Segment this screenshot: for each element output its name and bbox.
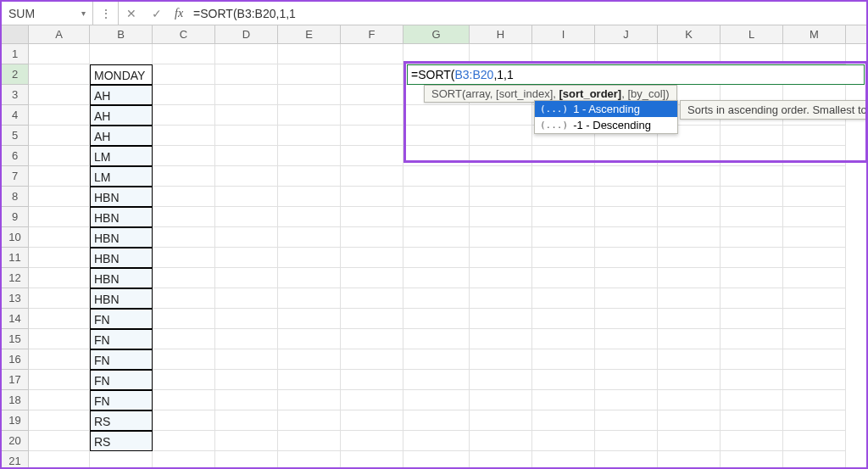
cell-M19[interactable]: [783, 410, 846, 431]
cell-J10[interactable]: [595, 227, 658, 248]
cell-D8[interactable]: [215, 187, 278, 207]
cell-I17[interactable]: [532, 370, 595, 390]
cell-M17[interactable]: [783, 370, 846, 390]
cell-C11[interactable]: [153, 248, 215, 268]
cell-E13[interactable]: [278, 288, 341, 309]
cell-M1[interactable]: [783, 44, 846, 64]
cell-B21[interactable]: [90, 451, 153, 467]
cell-E14[interactable]: [278, 309, 341, 329]
cell-I18[interactable]: [532, 390, 595, 410]
cell-A3[interactable]: [29, 85, 90, 105]
cell-A11[interactable]: [29, 248, 90, 268]
cell-K10[interactable]: [658, 227, 721, 248]
cell-J12[interactable]: [595, 268, 658, 288]
cell-J1[interactable]: [595, 44, 658, 64]
cell-B7[interactable]: LM: [90, 166, 153, 187]
cell-E16[interactable]: [278, 349, 341, 370]
row-header-3[interactable]: 3: [2, 85, 29, 105]
cell-C2[interactable]: [153, 64, 215, 85]
cell-G7[interactable]: [403, 166, 470, 187]
cell-M12[interactable]: [783, 268, 846, 288]
cell-J14[interactable]: [595, 309, 658, 329]
cell-F3[interactable]: [341, 85, 403, 105]
cell-K14[interactable]: [658, 309, 721, 329]
cell-M10[interactable]: [783, 227, 846, 248]
cell-G9[interactable]: [403, 207, 470, 227]
cell-A8[interactable]: [29, 187, 90, 207]
cell-I14[interactable]: [532, 309, 595, 329]
row-header-14[interactable]: 14: [2, 309, 29, 329]
cell-G5[interactable]: [403, 126, 470, 146]
cell-F2[interactable]: [341, 64, 403, 85]
cell-I19[interactable]: [532, 410, 595, 431]
cell-B12[interactable]: HBN: [90, 268, 153, 288]
cell-B13[interactable]: HBN: [90, 288, 153, 309]
cell-J19[interactable]: [595, 410, 658, 431]
cell-B18[interactable]: FN: [90, 390, 153, 410]
cell-F11[interactable]: [341, 248, 403, 268]
cell-I21[interactable]: [532, 451, 595, 467]
cell-H21[interactable]: [470, 451, 532, 467]
cell-A17[interactable]: [29, 370, 90, 390]
cell-L10[interactable]: [721, 227, 783, 248]
cell-M16[interactable]: [783, 349, 846, 370]
cell-B17[interactable]: FN: [90, 370, 153, 390]
column-header-b[interactable]: B: [90, 25, 153, 43]
row-header-16[interactable]: 16: [2, 349, 29, 370]
dropdown-item-1[interactable]: (...)-1 - Descending: [535, 117, 677, 133]
column-header-a[interactable]: A: [29, 25, 90, 43]
cell-D3[interactable]: [215, 85, 278, 105]
cell-C20[interactable]: [153, 431, 215, 451]
cell-D1[interactable]: [215, 44, 278, 64]
cell-F18[interactable]: [341, 390, 403, 410]
cell-L17[interactable]: [721, 370, 783, 390]
cell-L20[interactable]: [721, 431, 783, 451]
cell-M11[interactable]: [783, 248, 846, 268]
cell-L16[interactable]: [721, 349, 783, 370]
row-header-7[interactable]: 7: [2, 166, 29, 187]
row-header-17[interactable]: 17: [2, 370, 29, 390]
cell-E10[interactable]: [278, 227, 341, 248]
cell-L18[interactable]: [721, 390, 783, 410]
cell-C7[interactable]: [153, 166, 215, 187]
cell-F20[interactable]: [341, 431, 403, 451]
cell-A15[interactable]: [29, 329, 90, 349]
dropdown-item-0[interactable]: (...)1 - Ascending: [535, 101, 677, 117]
cell-L8[interactable]: [721, 187, 783, 207]
cell-C4[interactable]: [153, 105, 215, 126]
row-header-18[interactable]: 18: [2, 390, 29, 410]
row-header-2[interactable]: 2: [2, 64, 29, 85]
cell-E8[interactable]: [278, 187, 341, 207]
cell-D12[interactable]: [215, 268, 278, 288]
cell-G10[interactable]: [403, 227, 470, 248]
row-header-15[interactable]: 15: [2, 329, 29, 349]
cell-A12[interactable]: [29, 268, 90, 288]
cell-J9[interactable]: [595, 207, 658, 227]
row-header-1[interactable]: 1: [2, 44, 29, 64]
cell-C18[interactable]: [153, 390, 215, 410]
cell-H6[interactable]: [470, 146, 532, 166]
cell-M13[interactable]: [783, 288, 846, 309]
cell-E18[interactable]: [278, 390, 341, 410]
cell-C8[interactable]: [153, 187, 215, 207]
cell-I6[interactable]: [532, 146, 595, 166]
cell-B9[interactable]: HBN: [90, 207, 153, 227]
cell-C12[interactable]: [153, 268, 215, 288]
cell-B4[interactable]: AH: [90, 105, 153, 126]
cell-D21[interactable]: [215, 451, 278, 467]
cell-D9[interactable]: [215, 207, 278, 227]
row-header-5[interactable]: 5: [2, 126, 29, 146]
cell-L1[interactable]: [721, 44, 783, 64]
cell-M8[interactable]: [783, 187, 846, 207]
cell-G19[interactable]: [403, 410, 470, 431]
column-header-l[interactable]: L: [721, 25, 783, 43]
cell-B2[interactable]: MONDAY: [90, 64, 153, 85]
cell-E6[interactable]: [278, 146, 341, 166]
cell-C17[interactable]: [153, 370, 215, 390]
cell-H20[interactable]: [470, 431, 532, 451]
cell-K12[interactable]: [658, 268, 721, 288]
cell-J11[interactable]: [595, 248, 658, 268]
cell-C10[interactable]: [153, 227, 215, 248]
cell-F13[interactable]: [341, 288, 403, 309]
cell-J18[interactable]: [595, 390, 658, 410]
